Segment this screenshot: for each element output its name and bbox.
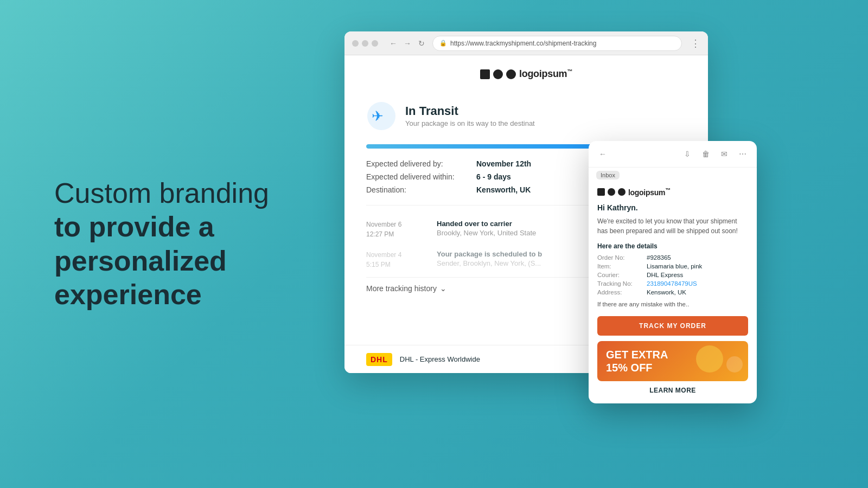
promo-decoration [696, 345, 743, 373]
detail-value-order: #928365 [647, 254, 671, 261]
learn-more-button[interactable]: LEARN MORE [597, 387, 748, 394]
email-back-button[interactable]: ← [596, 147, 609, 160]
svg-text:✈: ✈ [372, 108, 384, 124]
email-greeting: Hi Kathryn. [597, 203, 748, 212]
detail-value-item: Lisamaria blue, pink [647, 263, 702, 269]
dhl-logo: DHL [366, 353, 392, 366]
promo-circle1 [696, 345, 723, 373]
email-logo-square [597, 188, 605, 196]
detail-value-tracking[interactable]: 231890478479US [647, 280, 697, 287]
detail-row-address: Address: Kenswork, UK [597, 289, 748, 296]
dhl-info: DHL - Express Worldwide [400, 355, 480, 363]
lock-icon: 🔒 [439, 40, 447, 47]
email-body: Hi Kathryn. We're excited to let you kno… [589, 201, 757, 316]
history-date-2: November 4 5:15 PM [366, 250, 426, 269]
email-footer-text: If there are any mistake with the.. [597, 301, 748, 307]
expected-within-value: 6 - 9 days [476, 172, 511, 181]
destination-value: Kensworth, UK [476, 185, 531, 194]
email-panel: ← ⇩ 🗑 ✉ ⋯ Inbox logoipsum™ Hi Kathryn. W… [589, 141, 757, 403]
history-detail-1: Handed over to carrier Brookly, New York… [437, 220, 536, 239]
back-button[interactable]: ← [388, 38, 399, 49]
logo-shape: logoipsum™ [480, 68, 572, 80]
detail-row-item: Item: Lisamaria blue, pink [597, 263, 748, 269]
transit-info: In Transit Your package is on its way to… [405, 104, 535, 127]
logo-circle1 [493, 69, 503, 79]
detail-label-order: Order No: [597, 254, 643, 261]
browser-dot-green [372, 40, 378, 47]
logo-circle2 [506, 69, 516, 79]
promo-banner: GET EXTRA15% OFF [597, 341, 748, 381]
detail-value-address: Kenswork, UK [647, 289, 686, 296]
detail-label-courier: Courier: [597, 272, 643, 278]
destination-label: Destination: [366, 185, 472, 194]
reload-button[interactable]: ↻ [416, 38, 427, 49]
logo-square [480, 69, 490, 79]
url-text: https://www.trackmyshipment.co/shipment-… [450, 40, 596, 47]
email-logo-text: logoipsum™ [628, 187, 671, 197]
expected-by-value: November 12th [476, 159, 531, 168]
transit-header: ✈ In Transit Your package is on its way … [366, 92, 686, 140]
chevron-down-icon: ⌄ [440, 284, 446, 293]
email-delete-button[interactable]: 🗑 [699, 147, 712, 160]
email-logo-circle1 [608, 188, 615, 196]
email-forward-button[interactable]: ✉ [718, 147, 731, 160]
history-date-1: November 6 12:27 PM [366, 220, 426, 239]
detail-label-address: Address: [597, 289, 643, 296]
url-bar[interactable]: 🔒 https://www.trackmyshipment.co/shipmen… [432, 36, 682, 51]
email-details-title: Here are the details [597, 242, 748, 250]
email-logo-circle2 [618, 188, 626, 196]
transit-subtitle: Your package is on its way to the destin… [405, 119, 535, 127]
detail-row-tracking: Tracking No: 231890478479US [597, 280, 748, 287]
hero-line3: personalized [54, 244, 269, 278]
history-detail-2: Your package is scheduled to b Sender, B… [437, 250, 542, 269]
browser-toolbar: ← → ↻ 🔒 https://www.trackmyshipment.co/s… [344, 31, 708, 55]
transit-title: In Transit [405, 104, 535, 118]
email-more-button[interactable]: ⋯ [736, 147, 749, 160]
plane-icon: ✈ [366, 101, 397, 131]
browser-nav: ← → ↻ [388, 38, 427, 49]
progress-bar-fill [366, 144, 597, 149]
detail-row-order: Order No: #928365 [597, 254, 748, 261]
site-logo: logoipsum™ [344, 68, 708, 81]
detail-label-tracking: Tracking No: [597, 280, 643, 287]
email-intro: We're excited to let you know that your … [597, 216, 748, 236]
expected-within-label: Expected delivered within: [366, 172, 472, 181]
browser-more-button[interactable]: ⋮ [691, 37, 700, 49]
detail-label-item: Item: [597, 263, 643, 269]
logo-text: logoipsum™ [519, 68, 572, 80]
browser-dot-red [352, 40, 359, 47]
detail-value-courier: DHL Express [647, 272, 683, 278]
hero-line2: to provide a [54, 210, 269, 244]
forward-button[interactable]: → [402, 38, 413, 49]
track-order-button[interactable]: TRACK MY ORDER [597, 316, 748, 336]
browser-dots [352, 40, 378, 47]
expected-by-label: Expected delivered by: [366, 159, 472, 168]
inbox-badge: Inbox [596, 171, 620, 179]
hero-section: Custom branding to provide a personalize… [54, 176, 269, 312]
promo-text: GET EXTRA15% OFF [606, 348, 668, 374]
email-toolbar: ← ⇩ 🗑 ✉ ⋯ [589, 141, 757, 168]
hero-line1: Custom branding [54, 176, 269, 210]
promo-circle2 [726, 356, 743, 373]
email-logo: logoipsum™ [589, 179, 757, 201]
detail-row-courier: Courier: DHL Express [597, 272, 748, 278]
browser-dot-yellow [362, 40, 368, 47]
hero-line4: experience [54, 278, 269, 311]
email-download-button[interactable]: ⇩ [681, 147, 694, 160]
